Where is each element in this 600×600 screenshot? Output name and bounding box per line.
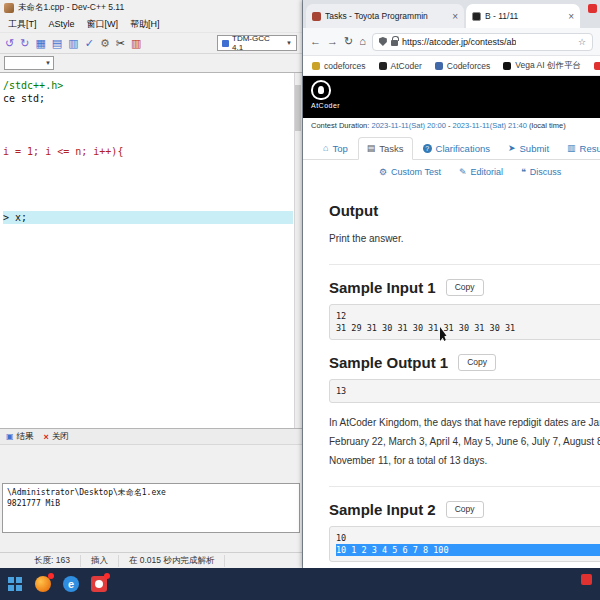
sample-input-1-title: Sample Input 1 [329, 279, 436, 296]
browser-tab-problem-b[interactable]: B - 11/11 × [466, 4, 580, 28]
lock-icon[interactable] [391, 40, 398, 46]
menu-item-window[interactable]: 窗口[W] [81, 17, 125, 32]
tray-red-icon[interactable] [581, 574, 592, 585]
compiler-select-value: TDM-GCC 4.1 [232, 34, 283, 52]
tab-top[interactable]: ⌂ Top [315, 138, 356, 159]
menu-item-tools[interactable]: 工具[T] [2, 17, 43, 32]
result-panel-icon: ▣ [6, 432, 14, 441]
bookmark-atcoder[interactable]: AtCoder [379, 61, 422, 71]
redo-icon[interactable]: ↻ [20, 38, 29, 49]
output-heading: Output [329, 202, 600, 219]
ide-window-title: 未命名1.cpp - Dev-C++ 5.11 [18, 2, 124, 14]
selected-sample-line: 10 1 2 3 4 5 6 7 8 100 [336, 544, 600, 556]
compile-run-icon[interactable]: ▥ [68, 38, 78, 49]
tab-submit-label: Submit [520, 143, 550, 154]
tab-clarifications[interactable]: ? Clarifications [415, 138, 498, 159]
code-line [3, 158, 302, 171]
url-input[interactable]: https://atcoder.jp/contests/ab ☆ [372, 33, 593, 51]
taskbar-firefox[interactable] [34, 575, 52, 593]
back-icon[interactable]: ← [310, 36, 321, 47]
duration-end-link[interactable]: 2023-11-11(Sat) 21:40 [453, 121, 527, 130]
link-discuss[interactable]: ❝ Discuss [521, 167, 561, 177]
url-text: https://atcoder.jp/contests/ab [402, 37, 517, 47]
bookmark-vega-ai[interactable]: Vega AI 创作平台 [503, 60, 581, 72]
link-custom-test[interactable]: ⚙ Custom Test [379, 167, 441, 177]
settings-gear-icon[interactable]: ⚙ [100, 38, 110, 49]
browser-tab-tasks[interactable]: Tasks - Toyota Programmin × [306, 4, 464, 28]
bookmark-star-icon[interactable]: ☆ [578, 37, 586, 47]
explanation-line: In AtCoder Kingdom, the days that have r… [329, 417, 600, 428]
run-icon[interactable]: ▤ [52, 38, 62, 49]
link-editorial[interactable]: ✎ Editorial [459, 167, 503, 177]
bookmark-codeforces[interactable]: codeforces [312, 61, 366, 71]
tab-results[interactable]: ▥ Results [559, 138, 600, 159]
sample-line: 31 29 31 30 31 30 31 31 30 31 30 31 [336, 322, 600, 334]
task-statement: Output Print the answer. Sample Input 1 … [303, 184, 600, 562]
menu-item-help[interactable]: 帮助[H] [124, 17, 166, 32]
compiler-select[interactable]: TDM-GCC 4.1 ▼ [217, 35, 297, 51]
status-parse-time: 在 0.015 秒内完成解析 [119, 555, 226, 567]
link-custom-test-label: Custom Test [391, 167, 441, 177]
tab-result-label: 结果 [17, 431, 34, 443]
desktop: 未命名1.cpp - Dev-C++ 5.11 工具[T] AStyle 窗口[… [0, 0, 600, 600]
run-output-console: \Administrator\Desktop\未命名1.exe 9821777 … [2, 483, 300, 533]
taskbar-red-app[interactable] [90, 575, 108, 593]
tab-close-panel[interactable]: × 关闭 [44, 431, 69, 443]
undo-icon[interactable]: ↺ [5, 38, 14, 49]
bookmark-codeforces-2[interactable]: Codeforces [435, 61, 490, 71]
editor-scrollbar-thumb[interactable] [295, 85, 301, 131]
check-syntax-icon[interactable]: ✓ [85, 38, 94, 49]
start-button[interactable] [6, 575, 24, 593]
profile-chart-icon[interactable]: ▥ [131, 38, 141, 49]
duration-start-link[interactable]: 2023-11-11(Sat) 20:00 [371, 121, 445, 130]
home-icon: ⌂ [323, 144, 328, 153]
tab-close-icon[interactable]: × [452, 11, 458, 22]
cut-scissors-icon[interactable]: ✂ [116, 38, 125, 49]
bookmark-favicon [379, 62, 387, 70]
tab-close-icon[interactable]: × [568, 11, 574, 22]
copy-button[interactable]: Copy [446, 501, 484, 517]
code-line [3, 132, 302, 145]
ide-toolbar: ↺ ↻ ▦ ▤ ▥ ✓ ⚙ ✂ ▥ TDM-GCC 4.1 ▼ [0, 32, 302, 54]
duration-label: Contest Duration: [311, 121, 369, 130]
taskbar-edge[interactable]: e [62, 575, 80, 593]
console-line: 9821777 MiB [7, 498, 295, 509]
ide-app-icon [4, 3, 14, 13]
reload-icon[interactable]: ↻ [344, 36, 353, 47]
sample-input-1-heading: Sample Input 1 Copy [329, 279, 600, 296]
class-browser-select[interactable]: ▼ [4, 56, 54, 70]
explanation-line: February 22, March 3, April 4, May 5, Ju… [329, 436, 600, 447]
current-code-line: > x; [3, 211, 293, 224]
atcoder-header: AtCoder [303, 76, 600, 118]
extension-badge-icon[interactable] [588, 4, 597, 13]
bookmark-favicon [503, 62, 511, 70]
shield-icon[interactable] [379, 37, 387, 46]
menu-item-astyle[interactable]: AStyle [43, 18, 81, 30]
tab-tasks[interactable]: ▤ Tasks [358, 137, 413, 160]
atcoder-wordmark[interactable]: AtCoder [311, 102, 600, 109]
copy-button[interactable]: Copy [446, 279, 484, 295]
chevron-down-icon: ▼ [286, 40, 292, 46]
copy-button[interactable]: Copy [458, 354, 496, 370]
bookmark-red[interactable] [594, 62, 600, 70]
editor-scrollbar[interactable] [294, 73, 302, 428]
status-length: 长度: 163 [24, 555, 81, 567]
home-icon[interactable]: ⌂ [359, 36, 366, 47]
tab-tasks-label: Tasks [379, 143, 403, 154]
ide-bottom-panel-tabs: ▣ 结果 × 关闭 [0, 429, 302, 445]
code-editor[interactable]: /stdc++.h> ce std; i = 1; i <= n; i++){ … [0, 72, 302, 429]
atcoder-logo[interactable] [311, 80, 331, 100]
duration-separator: - [448, 121, 451, 130]
ide-window: 未命名1.cpp - Dev-C++ 5.11 工具[T] AStyle 窗口[… [0, 0, 303, 568]
tab-submit[interactable]: ➤ Submit [500, 138, 557, 159]
compiler-icon [222, 40, 229, 47]
tab-result[interactable]: ▣ 结果 [6, 431, 34, 443]
ide-bottom-panel: \Administrator\Desktop\未命名1.exe 9821777 … [0, 445, 302, 552]
compile-icon[interactable]: ▦ [35, 38, 45, 49]
tab-clarifications-label: Clarifications [436, 143, 490, 154]
contest-duration: Contest Duration: 2023-11-11(Sat) 20:00 … [303, 118, 600, 132]
atcoder-page: AtCoder Contest Duration: 2023-11-11(Sat… [303, 76, 600, 562]
chevron-down-icon: ▼ [45, 60, 51, 66]
explanation-paragraph: In AtCoder Kingdom, the days that have r… [329, 413, 600, 470]
forward-icon[interactable]: → [327, 36, 338, 47]
